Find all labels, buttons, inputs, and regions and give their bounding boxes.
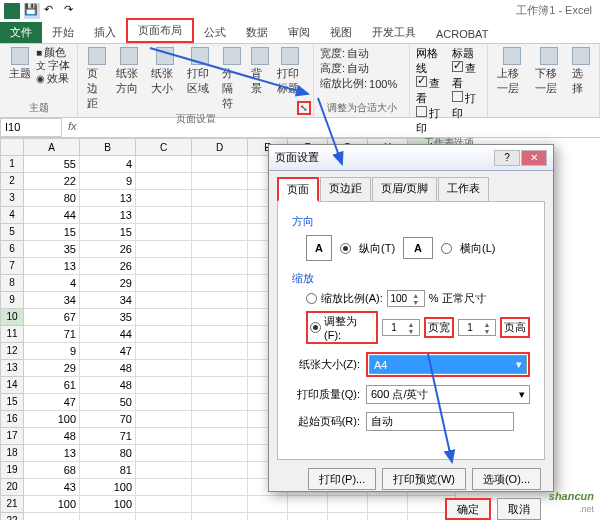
cell[interactable] <box>192 394 248 411</box>
cancel-button[interactable]: 取消 <box>497 498 541 520</box>
cell[interactable] <box>192 292 248 309</box>
tab-dev[interactable]: 开发工具 <box>362 22 426 43</box>
row-header[interactable]: 8 <box>0 275 24 292</box>
cell[interactable] <box>136 445 192 462</box>
cell[interactable] <box>136 258 192 275</box>
cell[interactable] <box>192 173 248 190</box>
colors-button[interactable]: ■颜色 <box>36 46 70 59</box>
cell[interactable] <box>192 513 248 520</box>
cell[interactable] <box>136 309 192 326</box>
pagesetup-launcher[interactable]: ⤡ <box>297 101 311 115</box>
breaks-button[interactable]: 分隔符 <box>219 46 246 112</box>
tab-layout[interactable]: 页面布局 <box>126 18 194 43</box>
cell[interactable] <box>192 224 248 241</box>
close-button[interactable]: ✕ <box>521 150 547 166</box>
cell[interactable] <box>192 479 248 496</box>
cell[interactable] <box>192 309 248 326</box>
cell[interactable]: 43 <box>24 479 80 496</box>
name-box[interactable]: I10 <box>0 118 62 137</box>
cell[interactable]: 44 <box>24 207 80 224</box>
save-icon[interactable]: 💾 <box>24 3 40 19</box>
cell[interactable] <box>192 207 248 224</box>
cell[interactable]: 48 <box>24 428 80 445</box>
print-button[interactable]: 打印(P)... <box>308 468 376 490</box>
cell[interactable] <box>192 190 248 207</box>
options-button[interactable]: 选项(O)... <box>472 468 541 490</box>
cell[interactable]: 15 <box>80 224 136 241</box>
cell[interactable]: 50 <box>80 394 136 411</box>
cell[interactable] <box>192 496 248 513</box>
cell[interactable]: 67 <box>24 309 80 326</box>
cell[interactable] <box>192 462 248 479</box>
dtab-page[interactable]: 页面 <box>277 177 319 202</box>
dtab-sheet[interactable]: 工作表 <box>438 177 489 201</box>
cell[interactable] <box>136 343 192 360</box>
cell[interactable] <box>136 173 192 190</box>
cell[interactable]: 34 <box>80 292 136 309</box>
cell[interactable]: 81 <box>80 462 136 479</box>
themes-button[interactable]: 主题 <box>6 46 34 85</box>
row-header[interactable]: 7 <box>0 258 24 275</box>
cell[interactable]: 26 <box>80 258 136 275</box>
cell[interactable]: 29 <box>80 275 136 292</box>
cell[interactable]: 13 <box>24 258 80 275</box>
cell[interactable]: 34 <box>24 292 80 309</box>
cell[interactable]: 100 <box>80 479 136 496</box>
row-header[interactable]: 17 <box>0 428 24 445</box>
cell[interactable]: 71 <box>80 428 136 445</box>
row-header[interactable]: 5 <box>0 224 24 241</box>
row-header[interactable]: 11 <box>0 326 24 343</box>
row-header[interactable]: 9 <box>0 292 24 309</box>
fit-h-spin[interactable]: ▲▼ <box>458 319 496 336</box>
dialog-titlebar[interactable]: 页面设置 ? ✕ <box>269 145 553 171</box>
margins-button[interactable]: 页边距 <box>84 46 111 112</box>
cell[interactable]: 80 <box>24 190 80 207</box>
cell[interactable] <box>24 513 80 520</box>
row-header[interactable]: 6 <box>0 241 24 258</box>
row-header[interactable]: 14 <box>0 377 24 394</box>
tab-home[interactable]: 开始 <box>42 22 84 43</box>
cell[interactable] <box>136 479 192 496</box>
cell[interactable]: 22 <box>24 173 80 190</box>
cell[interactable]: 48 <box>80 377 136 394</box>
tab-file[interactable]: 文件 <box>0 22 42 43</box>
scale-ratio-radio[interactable] <box>306 293 317 304</box>
cell[interactable]: 61 <box>24 377 80 394</box>
cell[interactable] <box>192 275 248 292</box>
row-header[interactable]: 21 <box>0 496 24 513</box>
redo-icon[interactable]: ↷ <box>64 3 80 19</box>
cell[interactable]: 44 <box>80 326 136 343</box>
row-header[interactable]: 12 <box>0 343 24 360</box>
cell[interactable] <box>136 326 192 343</box>
cell[interactable]: 9 <box>24 343 80 360</box>
undo-icon[interactable]: ↶ <box>44 3 60 19</box>
cell[interactable] <box>136 207 192 224</box>
cell[interactable]: 47 <box>80 343 136 360</box>
cell[interactable] <box>136 496 192 513</box>
cell[interactable] <box>192 258 248 275</box>
tab-view[interactable]: 视图 <box>320 22 362 43</box>
cell[interactable]: 13 <box>24 445 80 462</box>
preview-button[interactable]: 打印预览(W) <box>382 468 466 490</box>
cell[interactable] <box>192 156 248 173</box>
cell[interactable] <box>136 394 192 411</box>
ok-button[interactable]: 确定 <box>445 498 491 520</box>
fit-w-spin[interactable]: ▲▼ <box>382 319 420 336</box>
cell[interactable]: 13 <box>80 207 136 224</box>
tab-acrobat[interactable]: ACROBAT <box>426 25 498 43</box>
cell[interactable] <box>136 224 192 241</box>
row-header[interactable]: 15 <box>0 394 24 411</box>
row-header[interactable]: 1 <box>0 156 24 173</box>
dtab-margins[interactable]: 页边距 <box>320 177 371 201</box>
cell[interactable]: 71 <box>24 326 80 343</box>
cell[interactable]: 55 <box>24 156 80 173</box>
cell[interactable] <box>136 275 192 292</box>
row-header[interactable]: 10 <box>0 309 24 326</box>
cell[interactable] <box>192 445 248 462</box>
fonts-button[interactable]: 文字体 <box>36 59 70 72</box>
scale-spin[interactable]: ▲▼ <box>387 290 425 307</box>
cell[interactable] <box>136 428 192 445</box>
row-header[interactable]: 22 <box>0 513 24 520</box>
dtab-header[interactable]: 页眉/页脚 <box>372 177 437 201</box>
cell[interactable] <box>192 326 248 343</box>
